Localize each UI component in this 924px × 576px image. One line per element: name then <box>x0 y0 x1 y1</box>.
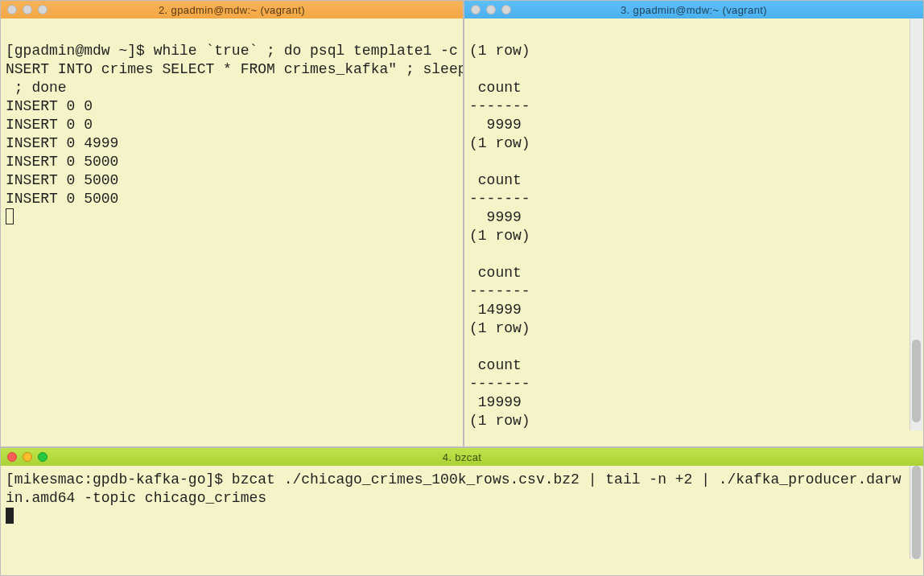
titlebar-window-2[interactable]: 2. gpadmin@mdw:~ (vagrant) <box>1 1 463 19</box>
term-line: ------- <box>469 283 530 299</box>
term-line: 9999 <box>469 209 522 225</box>
scrollbar-thumb[interactable] <box>912 466 921 559</box>
window-controls <box>7 452 47 462</box>
term-line: count <box>469 80 530 96</box>
terminal-output[interactable]: (1 row) count ------- 9999 (1 row) count… <box>464 19 923 447</box>
window-controls <box>471 5 511 14</box>
term-line: (1 row) <box>469 413 530 429</box>
terminal-window-4[interactable]: 4. bzcat [mikesmac:gpdb-kafka-go]$ bzcat… <box>0 447 924 576</box>
scrollbar-thumb[interactable] <box>912 339 921 422</box>
terminal-output[interactable]: [gpadmin@mdw ~]$ while `true` ; do psql … <box>1 19 463 233</box>
term-line: (1 row) <box>469 43 530 59</box>
scrollbar-vertical[interactable] <box>910 466 922 559</box>
window-title: 4. bzcat <box>443 452 482 463</box>
titlebar-window-4[interactable]: 4. bzcat <box>1 448 923 466</box>
term-line: INSERT 0 0 <box>6 98 93 114</box>
close-icon[interactable] <box>7 5 17 14</box>
term-line: INSERT 0 5000 <box>6 191 118 207</box>
term-line: [gpadmin@mdw ~]$ while `true` ; do psql … <box>6 43 464 59</box>
close-icon[interactable] <box>471 5 481 14</box>
window-title: 2. gpadmin@mdw:~ (vagrant) <box>159 5 305 15</box>
minimize-icon[interactable] <box>23 452 32 462</box>
window-controls <box>7 5 47 14</box>
term-line: (1 row) <box>469 228 530 244</box>
term-line: ------- <box>469 98 530 114</box>
term-line: INSERT 0 5000 <box>6 154 118 170</box>
term-line: [mikesmac:gpdb-kafka-go]$ bzcat ./chicag… <box>6 471 901 506</box>
zoom-icon[interactable] <box>38 5 47 14</box>
term-line: INSERT 0 4999 <box>6 135 118 151</box>
minimize-icon[interactable] <box>486 5 496 14</box>
term-line: NSERT INTO crimes SELECT * FROM crimes_k… <box>6 61 464 77</box>
cursor-icon <box>6 208 14 224</box>
term-line: count <box>469 172 530 188</box>
term-line: ------- <box>469 191 530 207</box>
term-line: INSERT 0 5000 <box>6 172 118 188</box>
terminal-output[interactable]: [mikesmac:gpdb-kafka-go]$ bzcat ./chicag… <box>1 466 923 533</box>
scrollbar-vertical[interactable] <box>910 19 922 430</box>
term-line: 14999 <box>469 302 522 318</box>
term-line: ; done <box>6 80 67 96</box>
term-line: count <box>469 357 530 373</box>
window-title: 3. gpadmin@mdw:~ (vagrant) <box>621 5 767 15</box>
terminal-window-2[interactable]: 2. gpadmin@mdw:~ (vagrant) [gpadmin@mdw … <box>0 0 464 447</box>
titlebar-window-3[interactable]: 3. gpadmin@mdw:~ (vagrant) <box>464 1 923 19</box>
term-line: 19999 <box>469 394 522 410</box>
zoom-icon[interactable] <box>38 452 47 462</box>
term-line: count <box>469 265 530 281</box>
minimize-icon[interactable] <box>23 5 32 14</box>
term-line: INSERT 0 0 <box>6 117 93 133</box>
term-line: (1 row) <box>469 135 530 151</box>
zoom-icon[interactable] <box>501 5 511 14</box>
term-line: 9999 <box>469 117 522 133</box>
term-line: (1 row) <box>469 320 530 336</box>
cursor-icon <box>6 508 14 524</box>
terminal-window-3[interactable]: 3. gpadmin@mdw:~ (vagrant) (1 row) count… <box>464 0 924 447</box>
term-line: ------- <box>469 376 530 392</box>
close-icon[interactable] <box>7 452 17 462</box>
